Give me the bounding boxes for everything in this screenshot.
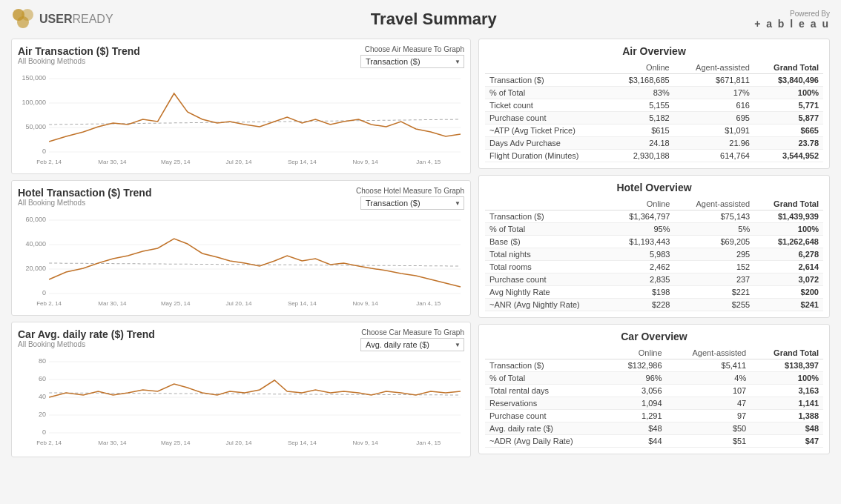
car-chart-subtitle: All Booking Methods (18, 340, 155, 348)
row-label: Transaction ($) (485, 210, 611, 223)
air-dropdown-wrapper[interactable]: Transaction ($) (360, 55, 464, 68)
svg-text:Sep 14, 14: Sep 14, 14 (288, 159, 317, 165)
row-grand-total: 2,614 (754, 261, 823, 273)
row-value: $50 (667, 422, 751, 435)
row-value: $48 (609, 422, 667, 435)
row-label: Base ($) (485, 236, 611, 248)
row-label: Transaction ($) (485, 74, 610, 87)
row-grand-total: $241 (754, 299, 823, 311)
hotel-measure-dropdown[interactable]: Transaction ($) (360, 196, 464, 210)
row-grand-total: 3,163 (751, 385, 823, 397)
row-value: 3,056 (609, 385, 667, 397)
table-row: Transaction ($)$3,168,685$671,811$3,840,… (485, 74, 823, 87)
svg-text:May 25, 14: May 25, 14 (161, 159, 191, 165)
row-label: Reservations (485, 397, 609, 410)
car-chart-svg: 80 60 40 20 0 Feb 2, 14 Mar 30, 14 (18, 354, 464, 451)
row-label: Avg. daily rate ($) (485, 422, 609, 435)
row-label: Flight Duration (Minutes) (485, 150, 610, 162)
table-row: Base ($)$1,193,443$69,205$1,262,648 (485, 236, 823, 248)
row-value: 21.96 (674, 137, 754, 150)
row-label: Purchase count (485, 112, 610, 125)
row-grand-total: 23.78 (754, 137, 823, 150)
row-value: 4% (667, 372, 751, 385)
row-value: 295 (674, 248, 754, 261)
svg-text:150,000: 150,000 (22, 74, 47, 82)
row-grand-total: $47 (751, 435, 823, 448)
row-grand-total: $48 (751, 422, 823, 435)
svg-text:Sep 14, 14: Sep 14, 14 (288, 300, 317, 307)
car-col-online: Online (609, 347, 667, 359)
row-value: 83% (610, 87, 674, 99)
row-label: ~ANR (Avg Nightly Rate) (485, 299, 611, 311)
car-chart-title: Car Avg. daily rate ($) Trend (18, 328, 155, 340)
row-value: 2,462 (611, 261, 674, 273)
svg-text:0: 0 (42, 428, 46, 436)
logo-ready: READY (72, 13, 113, 25)
car-chart-section: Car Avg. daily rate ($) Trend All Bookin… (11, 322, 471, 457)
row-label: Purchase count (485, 410, 609, 422)
car-overview-section: Car Overview Online Agent-assisted Grand… (478, 324, 830, 454)
row-label: Total rental days (485, 385, 609, 397)
svg-text:Jul 20, 14: Jul 20, 14 (226, 159, 252, 165)
svg-text:50,000: 50,000 (26, 123, 47, 130)
hotel-chart-title: Hotel Transaction ($) Trend (18, 187, 151, 199)
air-overview-title: Air Overview (485, 45, 823, 57)
row-grand-total: 100% (754, 87, 823, 99)
hotel-dropdown-label: Choose Hotel Measure To Graph (356, 187, 464, 195)
svg-text:20,000: 20,000 (26, 265, 47, 272)
row-value: 5% (674, 223, 754, 236)
row-value: $198 (611, 286, 674, 299)
row-value: $44 (609, 435, 667, 448)
svg-text:60,000: 60,000 (26, 216, 47, 223)
air-chart-section: Air Transaction ($) Trend All Booking Me… (11, 39, 471, 174)
table-row: % of Total96%4%100% (485, 372, 823, 385)
air-overview-table: Online Agent-assisted Grand Total Transa… (485, 62, 823, 162)
page-title: Travel Summary (113, 10, 755, 29)
svg-text:Nov 9, 14: Nov 9, 14 (352, 159, 378, 165)
svg-text:100,000: 100,000 (22, 99, 47, 106)
row-value: 2,930,188 (610, 150, 674, 162)
row-grand-total: 100% (751, 372, 823, 385)
row-grand-total: 3,072 (754, 273, 823, 286)
table-row: Days Adv Purchase24.1821.9623.78 (485, 137, 823, 150)
row-value: 47 (667, 397, 751, 410)
table-row: % of Total95%5%100% (485, 223, 823, 236)
row-value: $132,986 (609, 359, 667, 372)
car-dropdown-wrapper[interactable]: Avg. daily rate ($) (360, 338, 464, 351)
svg-text:Mar 30, 14: Mar 30, 14 (98, 300, 127, 307)
row-label: ~ATP (Avg Ticket Price) (485, 125, 610, 137)
svg-text:May 25, 14: May 25, 14 (161, 300, 191, 307)
hotel-chart-subtitle: All Booking Methods (18, 199, 151, 207)
row-value: 1,094 (609, 397, 667, 410)
car-measure-dropdown[interactable]: Avg. daily rate ($) (360, 338, 464, 351)
row-value: $228 (611, 299, 674, 311)
table-row: Flight Duration (Minutes)2,930,188614,76… (485, 150, 823, 162)
row-grand-total: $1,439,939 (754, 210, 823, 223)
row-grand-total: 1,388 (751, 410, 823, 422)
row-value: $671,811 (674, 74, 754, 87)
row-grand-total: 1,141 (751, 397, 823, 410)
row-value: 96% (609, 372, 667, 385)
hotel-dropdown-wrapper[interactable]: Transaction ($) (360, 196, 464, 210)
row-grand-total: 6,278 (754, 248, 823, 261)
svg-text:0: 0 (42, 147, 46, 155)
row-value: $615 (610, 125, 674, 137)
table-row: Total nights5,9832956,278 (485, 248, 823, 261)
row-value: 2,835 (611, 273, 674, 286)
table-row: ~ADR (Avg Daily Rate)$44$51$47 (485, 435, 823, 448)
row-value: 5,983 (611, 248, 674, 261)
air-chart-title: Air Transaction ($) Trend (18, 45, 140, 57)
table-row: Avg Nightly Rate$198$221$200 (485, 286, 823, 299)
hotel-overview-table: Online Agent-assisted Grand Total Transa… (485, 198, 823, 311)
hotel-col-label (485, 198, 611, 210)
logo-icon (11, 7, 35, 31)
row-value: 5,182 (610, 112, 674, 125)
row-value: $221 (674, 286, 754, 299)
svg-text:Feb 2, 14: Feb 2, 14 (36, 300, 62, 307)
table-row: ~ATP (Avg Ticket Price)$615$1,091$665 (485, 125, 823, 137)
air-measure-dropdown[interactable]: Transaction ($) (360, 55, 464, 68)
row-grand-total: $665 (754, 125, 823, 137)
svg-text:20: 20 (39, 411, 46, 418)
right-panel: Air Overview Online Agent-assisted Grand… (478, 39, 830, 457)
row-value: 695 (674, 112, 754, 125)
